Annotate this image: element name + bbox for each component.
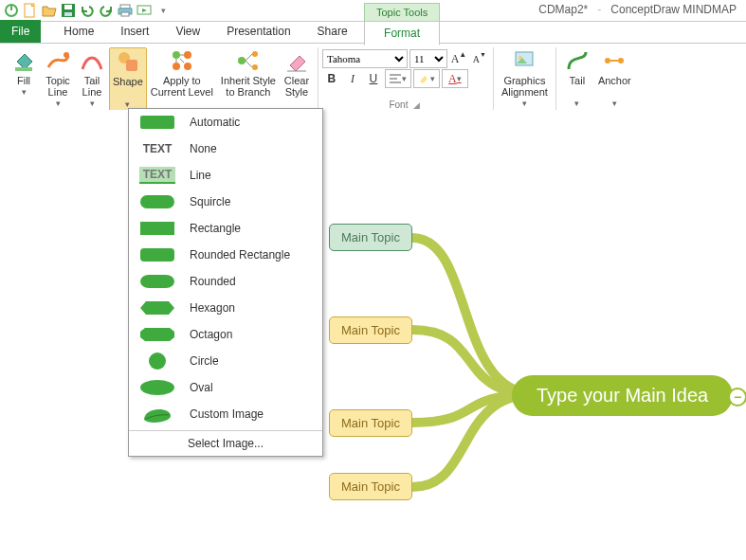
eraser-icon [283,47,310,74]
underline-button[interactable]: U [364,69,383,88]
mindmap-canvas[interactable]: Main Topic Main Topic Main Topic Main To… [0,110,746,560]
tab-view[interactable]: View [162,20,213,43]
swatch-rounded-rect-icon [138,245,176,264]
swatch-circle-icon [138,352,176,370]
tab-share[interactable]: Share [304,20,361,43]
swatch-line-icon: TEXT [138,166,176,185]
clear-style-button[interactable]: Clear Style [280,47,314,98]
svg-rect-6 [120,5,130,9]
shape-select-image[interactable]: Select Image... [129,431,322,456]
svg-point-37 [149,352,166,370]
ribbon-group-style: Fill▾ Topic Line▾ Tail Line▾ Shape▾ Appl… [3,47,318,112]
shape-button[interactable]: Shape▾ [109,47,147,111]
tab-insert[interactable]: Insert [107,20,162,43]
topic-node[interactable]: Main Topic [329,409,412,437]
tab-home[interactable]: Home [50,20,107,43]
qat-print-icon[interactable] [117,2,134,19]
paint-bucket-icon [10,47,37,74]
tail-icon [564,47,591,74]
graphics-alignment-icon [511,47,537,74]
qat-presentation-icon[interactable] [136,2,153,19]
group-label-font: Font [389,99,408,110]
qat-new-icon[interactable] [22,2,39,19]
svg-point-11 [64,52,69,58]
shape-item-octagon[interactable]: Octagon [129,321,322,348]
tab-file[interactable]: File [0,20,41,43]
ribbon-group-subtopics: Tail▾ Anchor▾ Subtopics [556,47,639,112]
tab-format[interactable]: Format [364,21,440,45]
decrease-font-icon[interactable]: A▼ [470,49,489,68]
italic-button[interactable]: I [343,69,362,88]
font-size-select[interactable]: 11 [409,49,447,68]
svg-point-38 [140,380,174,395]
ribbon-group-font: Tahoma 11 A▲ A▼ B I U ▾ ▾ A▾ Font◢ [318,47,494,112]
swatch-rect-icon [138,113,176,132]
svg-point-28 [618,58,624,63]
main-idea-node[interactable]: Type your Main Idea [512,375,733,416]
swatch-text-icon: TEXT [138,139,176,158]
swatch-hexagon-icon [138,298,176,317]
shape-item-hexagon[interactable]: Hexagon [129,295,322,321]
align-button[interactable]: ▾ [385,69,411,88]
apply-current-level-button[interactable]: Apply to Current Level [147,47,217,98]
shape-item-rectangle[interactable]: Rectangle [129,215,322,242]
anchor-button[interactable]: Anchor▾ [594,47,635,109]
inherit-style-button[interactable]: Inherit Style to Branch [217,47,280,98]
font-launcher-icon[interactable]: ◢ [411,100,422,110]
qat-redo-icon[interactable] [98,2,115,19]
svg-point-20 [252,64,258,70]
swatch-oval-icon [138,378,176,397]
swatch-rounded-icon [138,272,176,291]
qat-dropdown-icon[interactable]: ▾ [155,2,172,19]
shape-item-none[interactable]: TEXT None [129,135,322,162]
font-color-button[interactable]: A▾ [442,69,468,88]
fill-button[interactable]: Fill▾ [7,47,41,98]
svg-rect-31 [140,195,174,208]
shape-item-circle[interactable]: Circle [129,348,322,374]
shape-item-oval[interactable]: Oval [129,374,322,401]
svg-point-16 [173,63,180,70]
svg-marker-36 [140,328,174,341]
qat-app-icon[interactable] [3,2,20,19]
swatch-leaf-icon [138,405,176,424]
tail-button[interactable]: Tail▾ [560,47,594,109]
topic-node[interactable]: Main Topic [329,473,412,500]
tab-presentation[interactable]: Presentation [213,20,303,43]
topic-line-icon [45,47,71,74]
app-title: ConceptDraw MINDMAP [610,0,737,19]
swatch-squircle-icon [138,192,176,211]
tail-line-button[interactable]: Tail Line▾ [75,47,109,109]
shape-item-custom-image[interactable]: Custom Image [129,401,322,427]
topic-node[interactable]: Main Topic [329,224,412,251]
shape-item-line[interactable]: TEXT Line [129,162,322,189]
font-name-select[interactable]: Tahoma [322,49,408,68]
highlight-button[interactable]: ▾ [413,69,440,88]
shape-item-rounded-rectangle[interactable]: Rounded Rectangle [129,242,322,268]
bold-button[interactable]: B [322,69,341,88]
svg-point-15 [184,51,191,59]
swatch-octagon-icon [138,325,176,344]
topic-line-button[interactable]: Topic Line▾ [41,47,75,109]
topic-node[interactable]: Main Topic [329,316,412,344]
ribbon-tabstrip: File Home Insert View Presentation Share… [0,22,746,44]
svg-point-19 [252,51,258,57]
qat-undo-icon[interactable] [79,2,96,19]
contextual-tab-title: Topic Tools [364,3,440,21]
qat-open-icon[interactable] [41,2,58,19]
qat-save-icon[interactable] [60,2,77,19]
shape-item-rounded[interactable]: Rounded [129,268,322,295]
ribbon: Fill▾ Topic Line▾ Tail Line▾ Shape▾ Appl… [0,44,746,114]
swatch-rectangle-icon [138,219,176,238]
apply-level-icon [169,47,195,74]
increase-font-icon[interactable]: A▲ [449,49,468,68]
svg-rect-32 [140,222,174,235]
svg-point-17 [184,63,191,70]
svg-marker-35 [140,301,174,315]
svg-point-18 [238,57,246,64]
collapse-toggle[interactable]: − [728,388,746,406]
svg-rect-8 [121,12,129,16]
graphics-alignment-button[interactable]: Graphics Alignment▾ [498,47,552,109]
shape-item-automatic[interactable]: Automatic [129,109,322,135]
contextual-tab-group: Topic Tools Format [364,3,440,45]
shape-item-squircle[interactable]: Squircle [129,189,322,215]
